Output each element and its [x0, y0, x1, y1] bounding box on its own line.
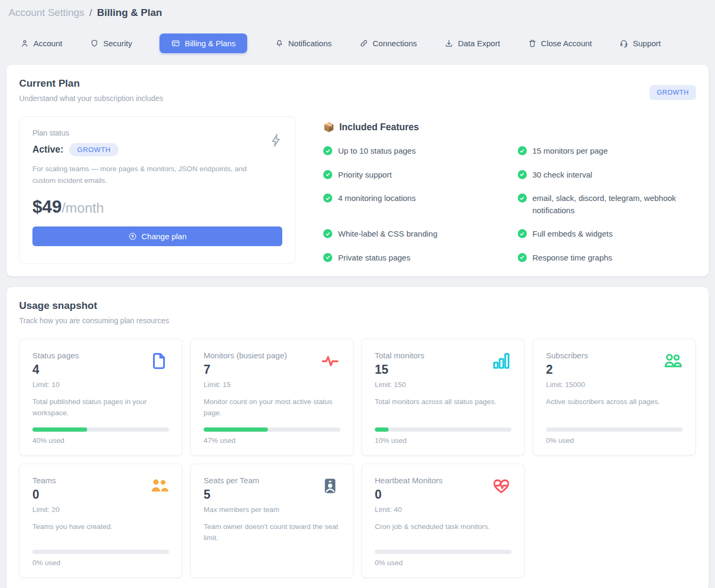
page-title: Billing & Plan — [97, 7, 162, 18]
tab-security[interactable]: Security — [90, 39, 132, 48]
check-icon — [323, 146, 332, 155]
users-outline-icon — [662, 351, 683, 371]
tab-label: Account — [33, 39, 62, 48]
price-line: $49/month — [32, 197, 282, 217]
plan-row: Plan status Active: GROWTH For scaling t… — [19, 116, 696, 264]
usage-progress-bar — [375, 550, 511, 554]
usage-card-value: 5 — [204, 488, 280, 502]
usage-card-description: Total monitors across all status pages. — [375, 397, 511, 408]
plan-status-value: Active: — [32, 144, 63, 155]
usage-card-total-monitors: Total monitors15Limit: 150Total monitors… — [361, 339, 525, 456]
tab-notifications[interactable]: Notifications — [275, 39, 332, 48]
usage-card-limit: Limit: 10 — [32, 381, 79, 389]
usage-progress-bar — [32, 550, 169, 554]
feature-item: Up to 10 status pages — [323, 145, 488, 157]
feature-item: 15 monitors per page — [518, 145, 683, 157]
feature-label: 30 check interval — [533, 169, 593, 181]
usage-card-heartbeat-monitors: Heartbeat Monitors0Limit: 40Cron job & s… — [361, 464, 525, 578]
feature-item: 4 monitoring locations — [323, 192, 488, 205]
usage-card-subscribers: Subscribers2Limit: 15000Active subscribe… — [533, 339, 696, 456]
breadcrumb-section[interactable]: Account Settings — [9, 7, 85, 18]
usage-card-value: 0 — [375, 488, 443, 502]
usage-progress-bar — [546, 427, 683, 432]
usage-card-title: Monitors (busiest page) — [204, 351, 287, 360]
check-icon — [323, 229, 332, 238]
usage-card-description: Team owner doesn't count toward the seat… — [204, 522, 340, 544]
headset-icon — [619, 39, 628, 48]
feature-label: Priority support — [338, 169, 392, 181]
usage-percent-label: 0% used — [546, 436, 683, 444]
tab-label: Close Account — [541, 39, 592, 48]
usage-card-title: Subscribers — [546, 351, 588, 360]
feature-item: 30 check interval — [518, 169, 683, 181]
feature-item: White-label & CSS branding — [323, 228, 488, 240]
bell-icon — [275, 39, 284, 48]
feature-item: Full embeds & widgets — [518, 228, 683, 240]
usage-card-limit: Limit: 150 — [375, 381, 424, 389]
plan-corner-badge: GROWTH — [650, 85, 696, 100]
features-heading: Included Features — [339, 122, 419, 133]
feature-label: 15 monitors per page — [533, 145, 608, 157]
usage-card-description: Monitor count on your most active status… — [204, 397, 340, 419]
id-badge-icon — [320, 476, 340, 496]
credit-card-icon — [171, 39, 180, 48]
upgrade-arrow-icon — [128, 232, 137, 241]
plan-status-label: Plan status — [32, 129, 282, 137]
feature-label: White-label & CSS branding — [338, 228, 438, 240]
feature-item: email, slack, discord, telegram, webhook… — [518, 192, 683, 216]
feature-item: Private status pages — [323, 252, 488, 264]
tab-label: Connections — [373, 39, 417, 48]
feature-label: 4 monitoring locations — [338, 192, 416, 205]
change-plan-label: Change plan — [141, 232, 187, 241]
download-icon — [444, 39, 453, 48]
tab-account[interactable]: Account — [20, 39, 62, 48]
usage-card-limit: Max members per team — [204, 506, 280, 514]
usage-grid: Status pages4Limit: 10Total published st… — [19, 339, 696, 578]
tab-billing-plans[interactable]: Billing & Plans — [159, 33, 247, 53]
tab-connections[interactable]: Connections — [359, 39, 417, 48]
usage-snapshot-panel: Usage snapshot Track how you are consumi… — [6, 287, 709, 588]
plan-price-period: /month — [62, 200, 104, 216]
shield-icon — [90, 39, 99, 48]
usage-percent-label: 10% used — [375, 436, 511, 444]
breadcrumb: Account Settings / Billing & Plan — [0, 0, 715, 21]
check-icon — [518, 253, 527, 262]
change-plan-button[interactable]: Change plan — [32, 226, 282, 246]
heart-pulse-icon — [491, 476, 511, 496]
tab-close-account[interactable]: Close Account — [528, 39, 592, 48]
bar-chart-icon — [491, 351, 511, 371]
usage-card-value: 7 — [204, 363, 287, 377]
usage-progress-bar — [32, 427, 169, 432]
usage-card-description: Active subscribers across all pages. — [546, 397, 683, 408]
tab-support[interactable]: Support — [619, 39, 661, 48]
usage-card-limit: Limit: 15 — [204, 381, 287, 389]
current-plan-header: Current Plan Understand what your subscr… — [19, 78, 696, 103]
tab-bar: AccountSecurityBilling & PlansNotificati… — [0, 21, 715, 62]
usage-progress-fill — [32, 427, 87, 432]
usage-percent-label: 40% used — [32, 436, 169, 444]
usage-card-title: Heartbeat Monitors — [375, 476, 443, 485]
package-icon: 📦 — [323, 122, 334, 133]
tab-data-export[interactable]: Data Export — [444, 39, 500, 48]
current-plan-panel: Current Plan Understand what your subscr… — [6, 65, 709, 276]
plan-badge: GROWTH — [69, 143, 119, 156]
plan-price: $49 — [32, 197, 62, 216]
usage-card-value: 0 — [32, 488, 60, 502]
tab-label: Data Export — [458, 39, 500, 48]
usage-card-teams: Teams0Limit: 20Teams you have created.0%… — [19, 464, 182, 578]
users-filled-icon — [149, 476, 169, 496]
tab-label: Billing & Plans — [184, 39, 235, 48]
feature-label: Full embeds & widgets — [533, 228, 613, 240]
usage-progress-fill — [375, 427, 389, 432]
usage-card-title: Total monitors — [375, 351, 424, 360]
plan-description: For scaling teams — more pages & monitor… — [32, 163, 261, 186]
usage-card-description: Cron job & scheduled task monitors. — [375, 522, 511, 533]
tab-label: Support — [633, 39, 661, 48]
check-icon — [518, 146, 527, 155]
usage-progress-fill — [204, 427, 268, 432]
features-grid: Up to 10 status pages15 monitors per pag… — [323, 145, 696, 264]
person-icon — [20, 39, 29, 48]
pulse-icon — [320, 351, 340, 371]
usage-card-title: Seats per Team — [204, 476, 280, 485]
usage-card-description: Total published status pages in your wor… — [32, 397, 169, 419]
